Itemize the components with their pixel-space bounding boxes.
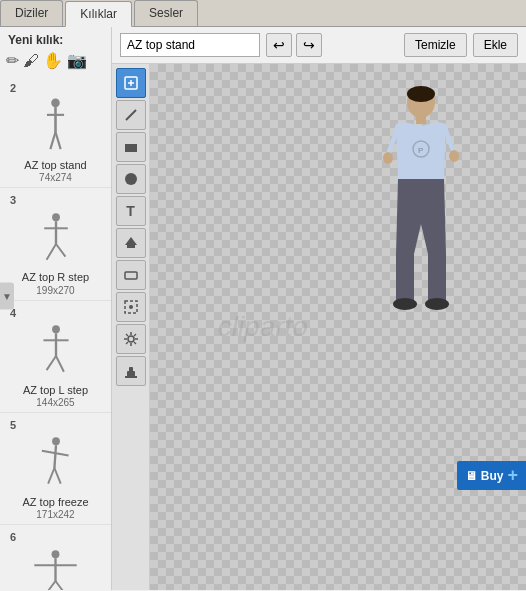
svg-rect-47 bbox=[125, 376, 137, 378]
tool-fill[interactable] bbox=[116, 228, 146, 258]
item-size: 199x270 bbox=[4, 285, 107, 296]
item-label: AZ top stand bbox=[4, 158, 107, 172]
svg-point-15 bbox=[52, 438, 60, 446]
pencil-icon[interactable]: ✏ bbox=[6, 51, 19, 70]
svg-line-42 bbox=[134, 342, 136, 344]
svg-line-28 bbox=[126, 110, 136, 120]
sidebar-item-3[interactable]: 3 AZ top R step 199x270 bbox=[0, 188, 111, 300]
item-number: 2 bbox=[4, 82, 107, 94]
figure-5 bbox=[26, 433, 86, 493]
tool-select[interactable] bbox=[116, 68, 146, 98]
figure-4 bbox=[26, 321, 86, 381]
svg-line-18 bbox=[48, 468, 54, 484]
item-size: 74x274 bbox=[4, 172, 107, 183]
svg-line-41 bbox=[126, 334, 128, 336]
toolbar: ↩ ↪ Temizle Ekle bbox=[112, 27, 526, 64]
tool-select2[interactable] bbox=[116, 292, 146, 322]
tool-text[interactable]: T bbox=[116, 196, 146, 226]
sidebar: Yeni kılık: ✏ 🖌 ✋ 📷 2 AZ top stand 74 bbox=[0, 27, 112, 590]
svg-line-43 bbox=[134, 334, 136, 336]
svg-line-14 bbox=[56, 356, 64, 372]
new-click-label: Yeni kılık: bbox=[0, 27, 111, 51]
tool-ellipse[interactable] bbox=[116, 164, 146, 194]
tab-bar: Diziler Kılıklar Sesler bbox=[0, 0, 526, 27]
svg-point-51 bbox=[383, 152, 393, 164]
sidebar-item-2[interactable]: 2 AZ top stand 74x274 bbox=[0, 76, 111, 188]
tool-eraser[interactable] bbox=[116, 260, 146, 290]
tools-and-canvas: T bbox=[112, 64, 526, 590]
svg-line-3 bbox=[50, 132, 55, 149]
svg-line-4 bbox=[56, 132, 61, 149]
ekle-button[interactable]: Ekle bbox=[473, 33, 518, 57]
svg-point-5 bbox=[52, 213, 60, 221]
new-click-tools: ✏ 🖌 ✋ 📷 bbox=[0, 51, 111, 76]
item-size: 171x242 bbox=[4, 509, 107, 520]
right-area: ↩ ↪ Temizle Ekle bbox=[112, 27, 526, 590]
tool-stamp[interactable] bbox=[116, 356, 146, 386]
figure-6 bbox=[26, 545, 86, 590]
svg-rect-32 bbox=[127, 245, 135, 248]
tool-rect[interactable] bbox=[116, 132, 146, 162]
svg-point-56 bbox=[425, 298, 449, 310]
item-label: AZ top L step bbox=[4, 383, 107, 397]
item-number: 6 bbox=[4, 531, 107, 543]
svg-text:P: P bbox=[418, 146, 423, 155]
tab-sesler[interactable]: Sesler bbox=[134, 0, 198, 26]
svg-point-55 bbox=[393, 298, 417, 310]
scroll-down-indicator[interactable]: ▼ bbox=[0, 282, 14, 309]
item-number: 4 bbox=[4, 307, 107, 319]
tab-kiliklar[interactable]: Kılıklar bbox=[65, 1, 132, 27]
watermark: cliparto bbox=[218, 311, 308, 343]
canvas-figure: P bbox=[376, 84, 466, 344]
figure-2 bbox=[26, 96, 86, 156]
figure-3 bbox=[26, 208, 86, 268]
monitor-icon: 🖥 bbox=[465, 469, 477, 483]
tool-panel: T bbox=[112, 64, 150, 590]
sidebar-item-6[interactable]: 6 AZ top R cross 217x263 bbox=[0, 525, 111, 590]
sidebar-item-5[interactable]: 5 AZ top freeze 171x242 bbox=[0, 413, 111, 525]
svg-line-9 bbox=[56, 244, 65, 257]
svg-point-52 bbox=[449, 150, 459, 162]
hand-icon[interactable]: ✋ bbox=[43, 51, 63, 70]
svg-point-20 bbox=[52, 550, 60, 558]
svg-point-0 bbox=[51, 99, 60, 108]
buy-label: Buy bbox=[481, 469, 504, 483]
svg-point-10 bbox=[52, 325, 60, 333]
tool-line[interactable] bbox=[116, 100, 146, 130]
svg-line-16 bbox=[54, 446, 56, 469]
main-content: Yeni kılık: ✏ 🖌 ✋ 📷 2 AZ top stand 74 bbox=[0, 27, 526, 590]
svg-line-24 bbox=[56, 581, 68, 590]
svg-line-13 bbox=[46, 356, 55, 370]
buy-overlay[interactable]: 🖥 Buy + bbox=[457, 461, 526, 490]
svg-line-44 bbox=[126, 342, 128, 344]
svg-point-49 bbox=[407, 86, 435, 102]
svg-rect-29 bbox=[125, 144, 137, 152]
svg-line-8 bbox=[46, 244, 55, 260]
svg-rect-53 bbox=[396, 252, 414, 302]
svg-point-36 bbox=[128, 336, 134, 342]
camera-icon[interactable]: 📷 bbox=[67, 51, 87, 70]
svg-line-19 bbox=[54, 468, 60, 484]
sidebar-item-4[interactable]: 4 AZ top L step 144x265 bbox=[0, 301, 111, 413]
canvas-area[interactable]: cliparto bbox=[150, 64, 526, 590]
svg-point-30 bbox=[125, 173, 137, 185]
svg-rect-54 bbox=[428, 252, 446, 302]
svg-rect-46 bbox=[129, 367, 133, 372]
temizle-button[interactable]: Temizle bbox=[404, 33, 467, 57]
item-label: AZ top freeze bbox=[4, 495, 107, 509]
undo-button[interactable]: ↩ bbox=[266, 33, 292, 57]
plus-icon: + bbox=[507, 465, 518, 486]
item-label: AZ top R step bbox=[4, 270, 107, 284]
brush-icon[interactable]: 🖌 bbox=[23, 52, 39, 70]
tool-effects[interactable] bbox=[116, 324, 146, 354]
undo-redo-group: ↩ ↪ bbox=[266, 33, 322, 57]
svg-point-35 bbox=[129, 305, 133, 309]
tab-diziler[interactable]: Diziler bbox=[0, 0, 63, 26]
item-number: 3 bbox=[4, 194, 107, 206]
item-size: 144x265 bbox=[4, 397, 107, 408]
name-input[interactable] bbox=[120, 33, 260, 57]
svg-rect-50 bbox=[416, 116, 426, 124]
svg-marker-31 bbox=[125, 237, 137, 245]
redo-button[interactable]: ↪ bbox=[296, 33, 322, 57]
item-number: 5 bbox=[4, 419, 107, 431]
